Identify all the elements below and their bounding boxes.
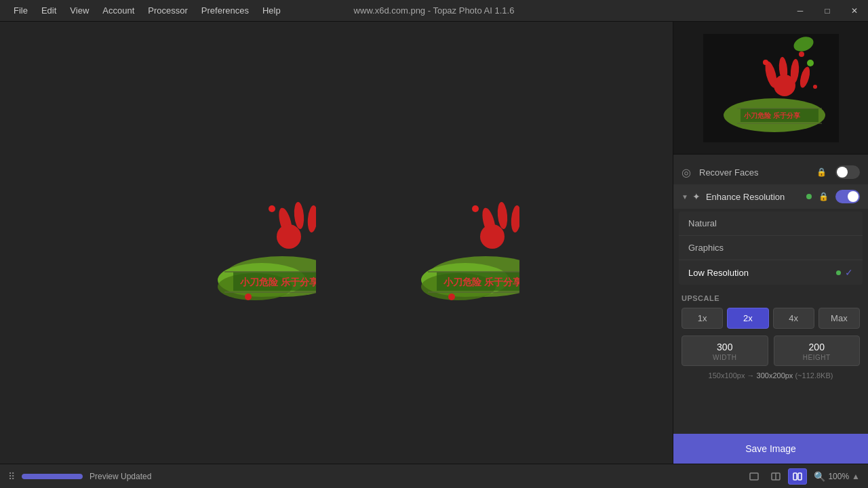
mode-natural[interactable]: Natural bbox=[679, 211, 863, 236]
recover-faces-toggle[interactable] bbox=[835, 165, 860, 179]
titlebar: File Edit View Account Processor Prefere… bbox=[0, 0, 868, 22]
upscale-buttons: 1x 2x 4x Max bbox=[682, 308, 860, 329]
lock-icon-enhance: 🔒 bbox=[818, 192, 829, 201]
upscale-4x-button[interactable]: 4x bbox=[773, 308, 814, 329]
check-icon: ✓ bbox=[845, 267, 853, 278]
split-view-button[interactable] bbox=[766, 468, 785, 485]
mode-graphics-label: Graphics bbox=[688, 243, 724, 253]
preview-label: Preview Updated bbox=[90, 472, 151, 481]
window-title: www.x6d.com.png - Topaz Photo AI 1.1.6 bbox=[354, 5, 515, 16]
toggle-knob-enhance bbox=[848, 191, 859, 202]
mode-low-resolution-label: Low Resolution bbox=[688, 268, 749, 278]
recover-faces-icon: ◎ bbox=[682, 166, 694, 178]
menu-edit[interactable]: Edit bbox=[36, 3, 62, 18]
active-dot bbox=[806, 194, 812, 199]
zoom-area: 🔍 100% ▲ bbox=[814, 471, 860, 482]
height-value: 200 bbox=[780, 342, 854, 352]
main-layout: 小刀危险 乐于分享 bbox=[0, 22, 868, 464]
menu-file[interactable]: File bbox=[8, 3, 33, 18]
menubar: File Edit View Account Processor Prefere… bbox=[8, 3, 286, 18]
bottom-bar: ⠿ Preview Updated 🔍 100% ▲ bbox=[0, 464, 868, 488]
thumbnail-area: 小刀危险 乐于分享 bbox=[673, 22, 868, 155]
resolution-to: 300x200px bbox=[757, 371, 793, 380]
height-label: HEIGHT bbox=[780, 354, 854, 364]
svg-point-3 bbox=[293, 201, 304, 229]
svg-point-4 bbox=[307, 205, 316, 232]
mode-natural-label: Natural bbox=[688, 218, 717, 228]
mode-low-resolution[interactable]: Low Resolution ✓ bbox=[679, 260, 863, 285]
svg-text:小刀危险  乐于分享: 小刀危险 乐于分享 bbox=[239, 277, 316, 287]
svg-point-23 bbox=[480, 224, 505, 249]
enhance-resolution-row[interactable]: ▼ ✦ Enhance Resolution 🔒 bbox=[673, 184, 868, 209]
menu-help[interactable]: Help bbox=[257, 3, 286, 18]
selected-mode-dot bbox=[836, 270, 841, 275]
progress-bar bbox=[22, 474, 83, 479]
menu-account[interactable]: Account bbox=[97, 3, 140, 18]
resolution-from: 150x100px bbox=[709, 371, 745, 380]
menu-processor[interactable]: Processor bbox=[142, 3, 193, 18]
upscale-max-button[interactable]: Max bbox=[818, 308, 860, 329]
zoom-level: 100% bbox=[828, 472, 849, 481]
svg-point-48 bbox=[799, 52, 804, 57]
svg-text:小刀危险 乐于分享: 小刀危险 乐于分享 bbox=[743, 112, 801, 119]
enhance-resolution-label: Enhance Resolution bbox=[706, 192, 802, 202]
upscale-section: UPSCALE 1x 2x 4x Max 300 WIDTH 200 HEIGH… bbox=[673, 287, 868, 380]
svg-point-40 bbox=[774, 75, 795, 96]
upscale-label: UPSCALE bbox=[682, 294, 860, 302]
resolution-size: (~112.8KB) bbox=[795, 371, 833, 380]
panel-content: ◎ Recover Faces 🔒 ▼ ✦ Enhance Resolution… bbox=[673, 155, 868, 431]
svg-point-21 bbox=[510, 205, 519, 232]
lock-icon: 🔒 bbox=[816, 167, 826, 177]
svg-point-43 bbox=[813, 85, 817, 89]
svg-point-25 bbox=[472, 205, 479, 212]
window-controls: ─ □ ✕ bbox=[787, 0, 868, 22]
height-box[interactable]: 200 HEIGHT bbox=[774, 336, 861, 366]
upscale-2x-button[interactable]: 2x bbox=[727, 308, 768, 329]
recover-faces-label: Recover Faces bbox=[699, 167, 811, 178]
svg-point-28 bbox=[448, 293, 455, 300]
dots-icon[interactable]: ⠿ bbox=[8, 471, 15, 482]
processed-image: 小刀危险 乐于分享 bbox=[357, 171, 519, 314]
mode-list: Natural Graphics Low Resolution ✓ bbox=[679, 211, 863, 285]
svg-point-42 bbox=[807, 60, 814, 66]
images-container: 小刀危险 乐于分享 bbox=[153, 171, 519, 314]
zoom-up-icon[interactable]: ▲ bbox=[852, 472, 860, 481]
minimize-button[interactable]: ─ bbox=[787, 0, 814, 22]
zoom-icon[interactable]: 🔍 bbox=[814, 471, 825, 482]
original-image: 小刀危险 乐于分享 bbox=[153, 171, 316, 314]
upscale-1x-button[interactable]: 1x bbox=[682, 308, 723, 329]
view-controls bbox=[745, 468, 807, 485]
close-button[interactable]: ✕ bbox=[841, 0, 868, 22]
toggle-knob bbox=[837, 167, 848, 178]
width-label: WIDTH bbox=[688, 354, 762, 364]
dimensions-row: 300 WIDTH 200 HEIGHT bbox=[682, 336, 860, 366]
chevron-down-icon: ▼ bbox=[682, 193, 688, 201]
svg-point-8 bbox=[269, 205, 275, 212]
maximize-button[interactable]: □ bbox=[814, 0, 841, 22]
panel-bottom: Save Image bbox=[673, 431, 868, 464]
single-view-button[interactable] bbox=[745, 468, 764, 485]
svg-point-11 bbox=[245, 293, 252, 300]
enhance-icon: ✦ bbox=[692, 191, 701, 202]
resolution-arrow: → bbox=[747, 371, 756, 380]
menu-preferences[interactable]: Preferences bbox=[196, 3, 254, 18]
progress-fill bbox=[22, 474, 83, 479]
resolution-info: 150x100px → 300x200px (~112.8KB) bbox=[682, 371, 860, 380]
width-box[interactable]: 300 WIDTH bbox=[682, 336, 768, 366]
right-panel: 小刀危险 乐于分享 ◎ Recover Faces 🔒 ▼ bbox=[673, 22, 868, 464]
dual-view-button[interactable] bbox=[788, 468, 807, 485]
svg-rect-50 bbox=[750, 473, 758, 480]
menu-view[interactable]: View bbox=[64, 3, 94, 18]
svg-rect-54 bbox=[798, 473, 802, 480]
svg-point-41 bbox=[763, 60, 768, 65]
enhance-resolution-toggle[interactable] bbox=[835, 190, 860, 203]
svg-point-6 bbox=[277, 224, 301, 249]
save-image-button[interactable]: Save Image bbox=[673, 434, 868, 464]
mode-graphics[interactable]: Graphics bbox=[679, 236, 863, 260]
svg-rect-53 bbox=[793, 473, 797, 480]
svg-point-20 bbox=[496, 201, 508, 229]
canvas-area[interactable]: 小刀危险 乐于分享 bbox=[0, 22, 673, 464]
width-value: 300 bbox=[688, 342, 762, 352]
recover-faces-row: ◎ Recover Faces 🔒 bbox=[673, 160, 868, 184]
svg-text:小刀危险  乐于分享: 小刀危险 乐于分享 bbox=[443, 277, 519, 287]
